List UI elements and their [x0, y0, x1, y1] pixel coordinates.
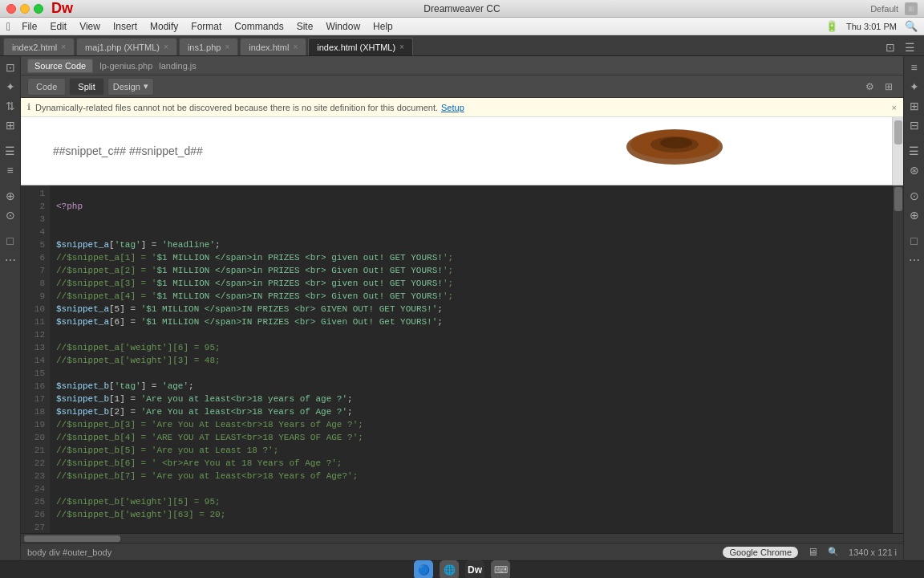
tab-label: index.html — [249, 43, 289, 52]
minimize-button[interactable] — [20, 4, 30, 14]
code-editor: 12345 678910 1112131415 1617181920 21222… — [21, 185, 903, 533]
cc-libraries-icon[interactable]: ⊕ — [2, 188, 18, 204]
properties-icon[interactable]: ✦ — [906, 79, 922, 95]
editor-row: ⊡ ✦ ⇅ ⊞ ☰ ≡ ⊕ ⊙ □ ⋯ Source Code lp-geniu… — [0, 56, 924, 560]
scroll-thumb[interactable] — [894, 187, 902, 211]
databases-icon[interactable]: ⊙ — [906, 188, 922, 204]
lp-genius-file[interactable]: lp-genius.php — [99, 61, 152, 71]
server-behaviors-icon[interactable]: ⊛ — [906, 162, 922, 178]
source-code-tab[interactable]: Source Code — [27, 59, 93, 73]
tag-inspector-icon[interactable]: □ — [906, 233, 922, 249]
menu-format[interactable]: Format — [184, 19, 228, 34]
insert-panel-icon[interactable]: ≡ — [906, 59, 922, 75]
tab-label: maj1.php (XHTML) — [85, 43, 160, 52]
clock: Thu 3:01 PM — [846, 22, 897, 31]
menu-edit[interactable]: Edit — [43, 19, 73, 34]
maximize-button[interactable] — [34, 4, 43, 14]
panels-icon[interactable]: ☰ — [902, 39, 918, 55]
menu-commands[interactable]: Commands — [228, 19, 290, 34]
code-button[interactable]: Code — [27, 78, 66, 96]
extract-icon[interactable]: ⊙ — [2, 207, 18, 223]
filter-icon[interactable]: ⊡ — [882, 39, 898, 55]
tab-index-xhtml[interactable]: index.html (XHTML) × — [308, 38, 413, 55]
menu-right: 🔋 Thu 3:01 PM 🔍 — [825, 20, 918, 32]
apple-menu[interactable]:  — [6, 20, 10, 33]
status-right: Google Chrome 🖥 🔍 1340 x 121 i — [723, 546, 897, 558]
code-scrollbar[interactable] — [892, 185, 903, 533]
dock-dw[interactable]: Dw — [465, 560, 484, 579]
right-sidebar: ≡ ✦ ⊞ ⊟ ☰ ⊛ ⊙ ⊕ □ ⋯ — [903, 56, 924, 560]
dock-finder[interactable]: 🔵 — [414, 560, 433, 579]
css-transitions-icon[interactable]: ⊟ — [906, 117, 922, 133]
preview-scrollbar[interactable] — [892, 117, 903, 185]
snippet-preview-text: ##snippet_c## ##snippet_d## — [53, 144, 203, 157]
behaviors-icon[interactable]: ☰ — [906, 143, 922, 159]
info-icon: ℹ — [27, 102, 30, 112]
horizontal-scrollbar[interactable] — [21, 533, 903, 543]
files-icon[interactable]: ☰ — [2, 143, 18, 159]
info-close-button[interactable]: × — [892, 103, 897, 112]
editor-container: Source Code lp-genius.php landing.js Cod… — [21, 56, 903, 560]
source-bar: Source Code lp-genius.php landing.js — [21, 56, 903, 75]
status-bar: body div #outer_body Google Chrome 🖥 🔍 1… — [21, 543, 903, 560]
view-options-icon[interactable]: ⊞ — [881, 79, 897, 95]
components-icon[interactable]: ⊕ — [906, 207, 922, 223]
split-button[interactable]: Split — [69, 78, 103, 96]
menu-help[interactable]: Help — [367, 19, 399, 34]
design-dropdown[interactable]: Design ▾ — [107, 78, 154, 96]
insert-icon[interactable]: ⊡ — [2, 59, 18, 75]
tab-close-icon[interactable]: × — [225, 43, 229, 51]
more-icon[interactable]: ⋯ — [2, 252, 18, 268]
menu-file[interactable]: File — [15, 19, 43, 34]
git-icon[interactable]: ≡ — [2, 162, 18, 178]
dock-bar: 🔵 🌐 Dw ⌨ — [0, 560, 924, 578]
setup-link[interactable]: Setup — [441, 103, 464, 112]
donut-image — [622, 125, 727, 169]
toolbar: Code Split Design ▾ ⚙ ⊞ — [21, 75, 903, 98]
menu-view[interactable]: View — [73, 19, 107, 34]
menu-site[interactable]: Site — [290, 19, 320, 34]
info-message: Dynamically-related files cannot not be … — [35, 103, 438, 112]
menu-insert[interactable]: Insert — [107, 19, 144, 34]
line-numbers: 12345 678910 1112131415 1617181920 21222… — [21, 185, 50, 533]
title-bar: Dw Dreamweaver CC Default ⊞ — [0, 0, 924, 18]
menu-window[interactable]: Window — [319, 19, 367, 34]
tab-close-icon[interactable]: × — [164, 43, 168, 51]
settings-icon[interactable]: ⚙ — [861, 79, 877, 95]
dock-browser[interactable]: 🌐 — [440, 560, 459, 579]
info-bar: ℹ Dynamically-related files cannot not b… — [21, 98, 903, 117]
h-scroll-thumb[interactable] — [24, 535, 120, 542]
dropdown-arrow: ▾ — [144, 81, 148, 92]
breadcrumb: body div #outer_body — [27, 547, 111, 557]
tab-maj1[interactable]: maj1.php (XHTML) × — [76, 38, 177, 55]
css-designer-icon[interactable]: ⊞ — [906, 98, 922, 114]
desktop-icon[interactable]: 🖥 — [808, 546, 818, 558]
tab-close-icon[interactable]: × — [399, 43, 404, 51]
tab-index[interactable]: index.html × — [240, 38, 306, 55]
preview-area: ##snippet_c## ##snippet_d## — [21, 117, 903, 185]
default-label: Default — [870, 4, 898, 14]
app-window: Dw Dreamweaver CC Default ⊞  File Edit … — [0, 0, 924, 578]
tab-close-icon[interactable]: × — [293, 43, 298, 51]
tab-label: index2.html — [12, 43, 57, 52]
expand-icon[interactable]: ⊞ — [905, 2, 918, 15]
assets-icon[interactable]: ✦ — [2, 79, 18, 95]
close-button[interactable] — [6, 4, 16, 14]
snippets-icon[interactable]: ⊞ — [2, 117, 18, 133]
tab-close-icon[interactable]: × — [61, 43, 66, 51]
preview-scroll-thumb[interactable] — [894, 120, 902, 144]
window-title: Dreamweaver CC — [424, 3, 500, 14]
left-sidebar: ⊡ ✦ ⇅ ⊞ ☰ ≡ ⊕ ⊙ □ ⋯ — [0, 56, 21, 560]
tab-label: ins1.php — [188, 43, 221, 52]
tab-ins1[interactable]: ins1.php × — [179, 38, 238, 55]
dom-icon[interactable]: ⇅ — [2, 98, 18, 114]
search-icon[interactable]: 🔍 — [905, 20, 918, 32]
landing-file[interactable]: landing.js — [159, 61, 196, 71]
tab-index2[interactable]: index2.html × — [3, 38, 75, 55]
linting-icon[interactable]: □ — [2, 233, 18, 249]
zoom-icon[interactable]: 🔍 — [828, 547, 839, 557]
dock-terminal[interactable]: ⌨ — [491, 560, 510, 579]
code-content[interactable]: <?php $snippet_a['tag'] = 'headline'; //… — [50, 185, 892, 533]
menu-modify[interactable]: Modify — [144, 19, 184, 34]
more-panels-icon[interactable]: ⋯ — [906, 252, 922, 268]
